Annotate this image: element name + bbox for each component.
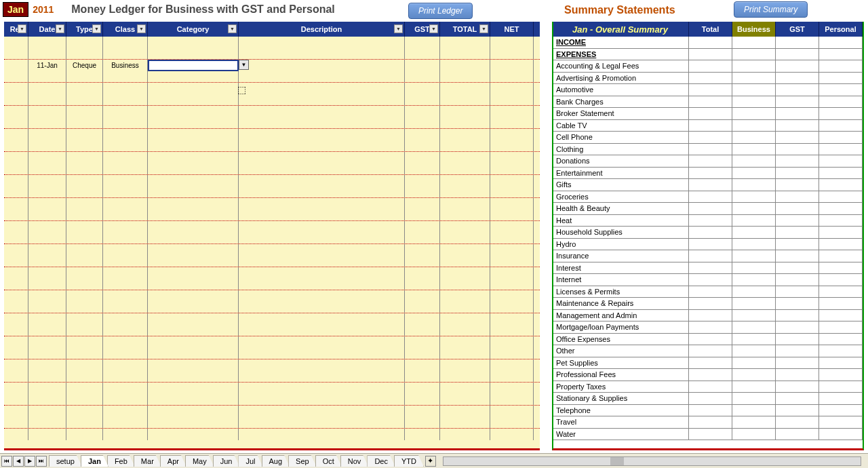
ledger-cell[interactable] <box>148 359 239 371</box>
ledger-cell[interactable] <box>405 117 440 128</box>
ledger-cell[interactable] <box>28 198 66 210</box>
ledger-cell[interactable] <box>239 106 405 117</box>
ledger-cell[interactable] <box>440 383 490 394</box>
ledger-cell[interactable] <box>440 429 490 440</box>
summary-value-cell[interactable] <box>819 191 863 203</box>
summary-value-cell[interactable] <box>776 120 819 132</box>
ledger-cell[interactable] <box>405 394 440 405</box>
ledger-row[interactable] <box>4 210 540 221</box>
ledger-cell[interactable] <box>490 290 534 302</box>
ledger-cell[interactable] <box>405 152 440 163</box>
summary-value-cell[interactable] <box>819 203 863 214</box>
ledger-cell[interactable] <box>28 371 66 382</box>
summary-value-cell[interactable] <box>732 203 776 214</box>
ledger-cell[interactable] <box>440 325 490 336</box>
ledger-cell[interactable] <box>405 233 440 243</box>
summary-value-cell[interactable] <box>732 215 776 227</box>
ledger-cell[interactable] <box>490 94 534 105</box>
ledger-cell[interactable] <box>66 152 103 163</box>
ledger-cell[interactable] <box>4 336 28 348</box>
filter-dropdown-icon[interactable]: ▼ <box>394 24 403 33</box>
summary-value-cell[interactable] <box>776 108 819 119</box>
summary-value-cell[interactable] <box>776 298 819 309</box>
ledger-cell[interactable] <box>28 359 66 371</box>
ledger-cell[interactable] <box>28 187 66 197</box>
summary-value-cell[interactable] <box>776 250 819 262</box>
ledger-cell[interactable] <box>148 37 239 48</box>
ledger-cell[interactable] <box>405 359 440 371</box>
summary-value-cell[interactable] <box>819 310 863 321</box>
ledger-cell[interactable] <box>28 37 66 48</box>
ledger-cell[interactable] <box>4 152 28 163</box>
ledger-cell[interactable] <box>66 48 103 59</box>
ledger-cell[interactable] <box>440 83 490 94</box>
ledger-cell[interactable] <box>66 429 103 440</box>
ledger-cell[interactable] <box>239 221 405 233</box>
summary-value-cell[interactable] <box>776 286 819 298</box>
ledger-cell[interactable] <box>239 129 405 140</box>
ledger-cell[interactable] <box>28 48 66 59</box>
ledger-cell[interactable] <box>405 279 440 290</box>
summary-value-cell[interactable] <box>732 120 776 132</box>
summary-value-cell[interactable] <box>689 345 732 357</box>
ledger-cell[interactable] <box>490 256 534 267</box>
ledger-row[interactable] <box>4 233 540 244</box>
ledger-cell[interactable] <box>4 233 28 243</box>
ledger-cell[interactable] <box>405 140 440 151</box>
ledger-row[interactable] <box>4 221 540 233</box>
ledger-cell[interactable] <box>440 348 490 359</box>
summary-value-cell[interactable] <box>819 73 863 84</box>
ledger-cell[interactable] <box>239 187 405 197</box>
summary-value-cell[interactable] <box>776 191 819 203</box>
summary-value-cell[interactable] <box>689 262 732 274</box>
filter-dropdown-icon[interactable]: ▼ <box>92 24 101 33</box>
ledger-cell[interactable] <box>239 371 405 382</box>
ledger-cell[interactable] <box>148 336 239 348</box>
ledger-cell[interactable] <box>490 348 534 359</box>
ledger-cell[interactable] <box>103 359 148 371</box>
ledger-cell[interactable] <box>4 302 28 313</box>
ledger-cell[interactable] <box>148 267 239 279</box>
ledger-cell[interactable] <box>490 48 534 59</box>
ledger-cell[interactable] <box>239 198 405 210</box>
ledger-cell[interactable] <box>440 256 490 267</box>
ledger-cell[interactable] <box>4 290 28 302</box>
summary-value-cell[interactable] <box>689 144 732 155</box>
summary-value-cell[interactable] <box>776 274 819 286</box>
ledger-row[interactable] <box>4 279 540 290</box>
ledger-cell[interactable] <box>66 140 103 151</box>
ledger-cell[interactable] <box>28 140 66 151</box>
ledger-cell[interactable] <box>490 313 534 325</box>
ledger-row[interactable] <box>4 152 540 163</box>
ledger-cell[interactable] <box>4 37 28 48</box>
summary-value-cell[interactable] <box>732 144 776 155</box>
summary-value-cell[interactable] <box>689 310 732 321</box>
ledger-cell[interactable] <box>148 429 239 440</box>
ledger-row[interactable] <box>4 325 540 336</box>
ledger-cell[interactable] <box>28 106 66 117</box>
ledger-cell[interactable] <box>28 117 66 128</box>
ledger-cell[interactable] <box>148 325 239 336</box>
summary-value-cell[interactable] <box>819 381 863 393</box>
ledger-cell[interactable] <box>4 198 28 210</box>
summary-value-cell[interactable] <box>732 321 776 333</box>
ledger-cell[interactable] <box>66 233 103 243</box>
ledger-cell[interactable] <box>28 279 66 290</box>
summary-value-cell[interactable] <box>776 345 819 357</box>
tab-nav-first[interactable]: ⏮ <box>1 456 12 467</box>
ledger-cell[interactable] <box>490 371 534 382</box>
ledger-cell[interactable] <box>440 152 490 163</box>
ledger-cell[interactable] <box>66 117 103 128</box>
filter-dropdown-icon[interactable]: ▼ <box>479 24 488 33</box>
ledger-cell[interactable] <box>4 244 28 256</box>
sheet-tab-aug[interactable]: Aug <box>262 455 290 467</box>
ledger-cell[interactable] <box>4 83 28 94</box>
ledger-cell[interactable] <box>440 175 490 187</box>
ledger-cell[interactable] <box>148 348 239 359</box>
ledger-cell[interactable] <box>148 313 239 325</box>
print-ledger-button[interactable]: Print Ledger <box>408 3 473 19</box>
summary-value-cell[interactable] <box>776 357 819 369</box>
sheet-tab-feb[interactable]: Feb <box>107 455 135 467</box>
ledger-row[interactable] <box>4 117 540 129</box>
ledger-col-class[interactable]: Class▼ <box>103 22 148 37</box>
